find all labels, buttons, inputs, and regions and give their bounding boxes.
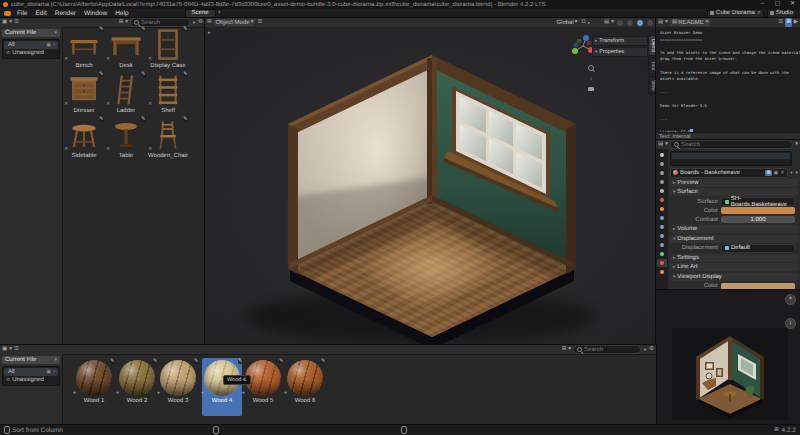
node-value-field[interactable]: Default: [721, 244, 795, 253]
menu-file[interactable]: File: [13, 10, 31, 17]
asset-tile-table[interactable]: ✎✕Table: [106, 118, 146, 159]
menu-icon[interactable]: ☰: [14, 345, 19, 354]
pan-icon[interactable]: ↕: [590, 76, 593, 82]
filter-icon[interactable]: ▼: [643, 345, 647, 354]
unlink-text-icon[interactable]: ✕: [705, 18, 710, 27]
editor-type-chevron-icon[interactable]: ▾: [665, 140, 668, 149]
options-icon[interactable]: ⚙: [198, 18, 203, 27]
scene-selector[interactable]: Cube Diorama ✕: [707, 9, 764, 18]
view-layer-selector[interactable]: Studio: [767, 9, 796, 18]
edit-badge-icon[interactable]: ✎: [183, 72, 188, 77]
material-tile-wood-3[interactable]: ✎●Wood 3: [158, 358, 198, 416]
properties-tab-physics[interactable]: [657, 232, 667, 240]
word-wrap-toggle-icon[interactable]: ⊞: [785, 18, 792, 27]
edit-badge-icon[interactable]: ✎: [183, 27, 188, 32]
shading-material-button[interactable]: [636, 19, 644, 27]
options-icon[interactable]: ⚙: [649, 345, 654, 354]
asset-tile-ladder[interactable]: ✎✕Ladder: [106, 73, 146, 114]
material-catalog-unassigned[interactable]: ⊘Unassigned: [4, 376, 58, 384]
editor-type-chevron-icon[interactable]: ▾: [9, 18, 12, 27]
display-size-icon[interactable]: ⊞: [119, 18, 124, 27]
panel-header-displacement[interactable]: ▾Displacement: [670, 235, 798, 243]
editor-type-icon[interactable]: ▣: [2, 345, 7, 354]
properties-tab-material[interactable]: [657, 259, 667, 267]
text-editor-body[interactable]: Asset Browser Demo==================To a…: [656, 27, 800, 133]
properties-tab-modifiers[interactable]: [657, 214, 667, 222]
nodes-toggle-icon[interactable]: ⊞: [765, 170, 771, 176]
asset-tile-dresser[interactable]: ✎✕Dresser: [64, 73, 104, 114]
material-tile-wood-4[interactable]: ✎●Wood 4: [202, 358, 242, 416]
asset-catalog-all[interactable]: All▣+: [4, 41, 58, 49]
editor-type-icon[interactable]: ⊞: [207, 18, 212, 27]
edit-badge-icon[interactable]: ✎: [183, 117, 188, 122]
asset-source-select[interactable]: Current File ▾: [2, 29, 60, 37]
properties-tab-render[interactable]: [657, 160, 667, 168]
editor-type-chevron-icon[interactable]: ▾: [665, 18, 668, 27]
overlay-panel-transform[interactable]: ▸Transform: [592, 36, 648, 46]
tab-scene[interactable]: Scene: [185, 9, 216, 18]
zoom-icon[interactable]: [588, 65, 594, 71]
edit-badge-icon[interactable]: ✎: [99, 72, 104, 77]
reference-image[interactable]: [672, 328, 788, 420]
menu-window[interactable]: Window: [80, 10, 111, 17]
sidebar-tab-tool[interactable]: Tool: [648, 57, 656, 74]
fake-user-icon[interactable]: ▣: [774, 170, 779, 176]
menu-render[interactable]: Render: [51, 10, 80, 17]
blender-menu-icon[interactable]: [4, 11, 11, 16]
properties-tab-scene[interactable]: [657, 187, 667, 195]
display-size-icon[interactable]: ⊞: [562, 345, 567, 354]
color-swatch[interactable]: [721, 207, 795, 214]
add-workspace-button[interactable]: +: [218, 10, 222, 16]
properties-tab-object[interactable]: [657, 205, 667, 213]
filter-icon[interactable]: ▼: [790, 170, 794, 175]
gizmos-chevron-icon[interactable]: ▾: [611, 18, 614, 27]
properties-tab-particles[interactable]: [657, 223, 667, 231]
sidebar-tab-view[interactable]: View: [648, 76, 656, 95]
panel-header-preview[interactable]: ▸Preview: [670, 179, 798, 187]
display-size-chevron-icon[interactable]: ▾: [125, 18, 128, 27]
editor-type-chevron-icon[interactable]: ▾: [9, 345, 12, 354]
material-slot-list[interactable]: [670, 151, 792, 166]
add-catalog-icon[interactable]: +: [53, 42, 56, 48]
material-source-select[interactable]: Current File ▾: [2, 356, 60, 364]
panel-header-settings[interactable]: ▸Settings: [670, 254, 798, 262]
node-value-field[interactable]: SH- Boards.Basketweave: [721, 197, 795, 206]
asset-tile-chair[interactable]: ✎✕Wooden_Chair: [148, 118, 188, 159]
zoom-gizmo-button[interactable]: +: [785, 294, 796, 305]
edit-badge-icon[interactable]: ✎: [99, 27, 104, 32]
edit-badge-icon[interactable]: ✎: [141, 117, 146, 122]
folder-icon[interactable]: ▣: [46, 369, 51, 375]
material-tile-wood-2[interactable]: ✎●Wood 2: [117, 358, 157, 416]
slider-contrast[interactable]: 1.000: [721, 216, 795, 223]
material-catalog-all[interactable]: All▣+: [4, 368, 58, 376]
overlay-panel-properties[interactable]: ▾Properties: [592, 47, 648, 57]
camera-view-icon[interactable]: [588, 87, 594, 91]
asset-tile-case[interactable]: ✎✕Display Case: [148, 28, 188, 69]
edit-badge-icon[interactable]: ✎: [194, 359, 199, 364]
material-tile-wood-6[interactable]: ✎●Wood 6: [285, 358, 325, 416]
asset-tile-shelf[interactable]: ✎✕Shelf: [148, 73, 188, 114]
mode-select[interactable]: Object Mode ▾: [214, 19, 256, 26]
text-datablock[interactable]: ▤ README ✕: [670, 19, 711, 26]
asset-tile-bench[interactable]: ✎✕Bench: [64, 28, 104, 69]
options-chevron-icon[interactable]: ▾: [795, 140, 798, 149]
proportional-edit-icon[interactable]: ●: [588, 18, 590, 27]
panel-header-line-art[interactable]: ▸Line Art: [670, 263, 798, 271]
panel-header-volume[interactable]: ▸Volume: [670, 225, 798, 233]
sidebar-tab-demo[interactable]: Demo: [648, 35, 656, 56]
shading-solid-button[interactable]: [626, 19, 634, 27]
display-size-chevron-icon[interactable]: ▾: [568, 345, 571, 354]
properties-search-input[interactable]: Search: [670, 140, 793, 149]
edit-badge-icon[interactable]: ✎: [141, 72, 146, 77]
properties-tab-object-data[interactable]: [657, 250, 667, 258]
folder-icon[interactable]: ▣: [46, 42, 51, 48]
filter-chevron-icon[interactable]: ▾: [795, 170, 798, 176]
asset-tile-sidetable[interactable]: ✎✕Sidetable: [64, 118, 104, 159]
menu-help[interactable]: Help: [111, 10, 132, 17]
snap-magnet-icon[interactable]: Ω: [581, 18, 585, 27]
properties-tab-view-layer[interactable]: [657, 178, 667, 186]
material-tile-wood-5[interactable]: ✎●Wood 5: [243, 358, 283, 416]
edit-badge-icon[interactable]: ✎: [321, 359, 326, 364]
run-script-icon[interactable]: ▶: [794, 18, 798, 27]
menu-icon[interactable]: ☰: [257, 18, 262, 27]
